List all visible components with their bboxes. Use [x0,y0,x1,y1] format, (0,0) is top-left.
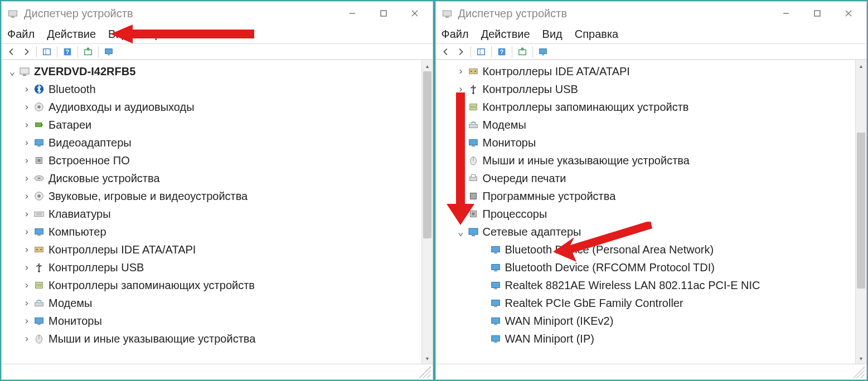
tree-device-item[interactable]: Realtek 8821AE Wireless LAN 802.11ac PCI… [439,276,855,294]
expander-icon[interactable] [456,104,466,110]
tree-item[interactable]: Мыши и иные указывающие устройства [5,330,420,348]
scroll-up-icon[interactable]: ▴ [422,60,433,71]
device-tree[interactable]: Контроллеры IDE ATA/ATAPIКонтроллеры USB… [436,60,856,364]
scroll-down-icon[interactable]: ▾ [856,353,866,364]
monitor-button[interactable] [102,46,115,58]
monitor-button[interactable] [536,46,550,58]
scroll-thumb[interactable] [857,133,865,289]
expander-icon[interactable] [22,282,32,288]
show-hide-tree-button[interactable] [474,46,488,58]
tree-category-network[interactable]: Сетевые адаптеры [439,223,855,241]
tree-item[interactable]: Модемы [5,294,420,312]
tree-item[interactable]: Контроллеры USB [439,80,855,98]
scan-hardware-button[interactable] [516,46,529,58]
menu-help[interactable]: Справка [575,28,618,41]
expander-icon[interactable] [22,318,32,324]
expander-icon[interactable] [22,300,32,306]
nav-back-button[interactable] [5,46,18,58]
tree-item[interactable]: Компьютер [5,223,420,241]
scroll-down-icon[interactable]: ▾ [422,353,433,364]
expander-icon[interactable] [22,122,32,128]
nav-forward-button[interactable] [20,46,33,58]
expander-icon[interactable] [456,193,466,199]
expander-icon[interactable] [22,86,32,92]
tree-item[interactable]: Контроллеры IDE ATA/ATAPI [439,62,855,80]
expander-icon[interactable] [22,265,32,270]
tree-item[interactable]: Контроллеры USB [5,258,420,276]
menu-action[interactable]: Действие [481,28,530,41]
tree-device-item[interactable]: Bluetooth Device (RFCOMM Protocol TDI) [439,258,855,276]
expander-icon[interactable] [456,158,466,163]
show-hide-tree-button[interactable] [40,46,54,58]
tree-item[interactable]: Мыши и иные указывающие устройства [439,152,855,169]
nav-back-button[interactable] [439,46,453,58]
expander-icon[interactable] [22,229,32,235]
expander-icon[interactable] [22,140,32,145]
menu-file[interactable]: Файл [7,28,35,41]
close-button[interactable] [833,2,864,25]
expander-icon[interactable] [22,211,32,217]
scroll-thumb[interactable] [423,71,431,238]
scan-hardware-button[interactable] [81,46,95,58]
tree-root[interactable]: ZVERDVD-I42RFB5 [5,62,420,80]
tree-item[interactable]: Мониторы [439,134,855,152]
tree-item[interactable]: Звуковые, игровые и видеоустройства [5,187,420,205]
minimize-button[interactable] [337,2,368,25]
tree-item[interactable]: Процессоры [439,205,855,223]
tree-item[interactable]: Bluetooth [5,80,420,98]
expander-icon[interactable] [456,211,466,217]
expander-icon[interactable] [22,104,32,110]
tree-device-item[interactable]: Realtek PCIe GbE Family Controller [439,294,855,312]
menu-help[interactable]: Справка [140,28,184,41]
titlebar[interactable]: Диспетчер устройств [2,2,433,25]
close-button[interactable] [399,2,430,25]
tree-item[interactable]: Программные устройства [439,187,855,205]
nav-forward-button[interactable] [454,46,467,58]
expander-icon[interactable] [456,86,466,92]
menu-view[interactable]: Вид [542,28,562,41]
tree-device-item[interactable]: Bluetooth Device (Personal Area Network) [439,241,855,258]
tree-item[interactable]: Клавиатуры [5,205,420,223]
svg-rect-66 [472,145,474,146]
tree-item[interactable]: Встроенное ПО [5,152,420,169]
maximize-button[interactable] [368,2,399,25]
scroll-up-icon[interactable]: ▴ [856,60,866,71]
tree-item[interactable]: Дисковые устройства [5,169,420,187]
tree-item[interactable]: Контроллеры IDE ATA/ATAPI [5,241,420,258]
expander-icon[interactable] [22,336,32,341]
titlebar[interactable]: Диспетчер устройств [436,2,867,25]
tree-item[interactable]: Очереди печати [439,169,855,187]
expander-icon[interactable] [22,175,32,181]
vertical-scrollbar[interactable]: ▴ ▾ [421,60,433,364]
vertical-scrollbar[interactable]: ▴ ▾ [855,60,866,364]
tree-device-item[interactable]: WAN Miniport (IKEv2) [439,312,855,330]
maximize-button[interactable] [802,2,833,25]
tree-item[interactable]: Видеоадаптеры [5,134,420,152]
expander-icon[interactable] [7,69,17,74]
tree-item[interactable]: Модемы [439,116,855,134]
tree-item[interactable]: Батареи [5,116,420,134]
expander-icon[interactable] [456,175,466,181]
tree-item[interactable]: Мониторы [5,312,420,330]
expander-icon[interactable] [456,69,466,74]
help-button[interactable]: ? [495,46,508,58]
tree-item[interactable]: Контроллеры запоминающих устройств [439,98,855,116]
help-button[interactable]: ? [61,46,74,58]
expander-icon[interactable] [456,140,466,145]
menu-view[interactable]: Вид [108,28,128,41]
expander-icon[interactable] [22,193,32,199]
expander-icon[interactable] [456,229,466,235]
tree-item[interactable]: Аудиовходы и аудиовыходы [5,98,420,116]
expander-icon[interactable] [22,158,32,163]
svg-rect-63 [469,108,477,110]
tree-device-item[interactable]: WAN Miniport (IP) [439,330,855,348]
expander-icon[interactable] [22,247,32,252]
expander-icon[interactable] [456,122,466,128]
menu-action[interactable]: Действие [47,28,96,41]
resize-grip[interactable] [852,366,865,378]
minimize-button[interactable] [770,2,802,25]
device-tree[interactable]: ZVERDVD-I42RFB5 BluetoothАудиовходы и ау… [2,60,421,364]
tree-item[interactable]: Контроллеры запоминающих устройств [5,276,420,294]
resize-grip[interactable] [419,366,431,378]
menu-file[interactable]: Файл [442,28,469,41]
